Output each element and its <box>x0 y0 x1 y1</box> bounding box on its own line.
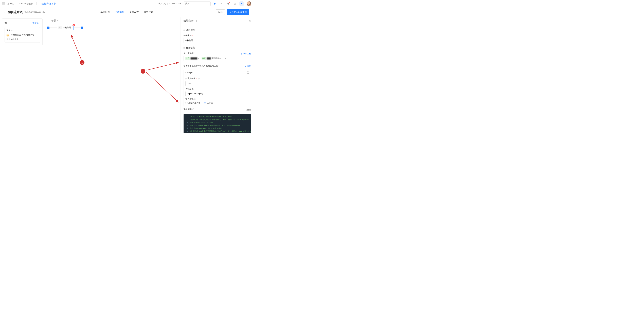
task-name-input[interactable] <box>184 38 251 43</box>
help-icon[interactable]: ⓘ <box>194 98 196 100</box>
loop-icon[interactable]: ∞ <box>219 1 224 6</box>
source-title: 源 <box>4 22 7 25</box>
script-editor[interactable]: 1# 功能：部署脚本会在部署主机组的每台机器上执行2# 使用场景：先将制品包解压… <box>184 114 251 133</box>
help-icon[interactable]: ⓘ <box>192 108 194 111</box>
save-button[interactable]: 保存 <box>216 9 225 15</box>
add-host-group-link[interactable]: ⊕添加主机 <box>241 52 251 55</box>
stage-title: 部署 <box>52 19 56 22</box>
page-title: 编辑流水线 <box>8 10 23 14</box>
doc-icon: ▤ <box>184 47 185 49</box>
deploy-file-input[interactable] <box>186 81 249 86</box>
top-bar: ▢ 项目 / Gitee Go示例代... ⌄ 续费/升级/扩容 售后 QQ 群… <box>0 0 254 7</box>
artifact-collapse: ▾output − 部署文件名*ⓘ 下载路径 文件来源ⓘ 上游构建产出 工作区 <box>184 70 251 106</box>
source-card[interactable]: 源 1✎ ◉发布制品库（已发布制品） 最新制品版本 <box>4 27 40 43</box>
save-run-button[interactable]: 保存并运行流水线 <box>227 9 249 15</box>
source-card-title: 源 1 <box>6 29 10 32</box>
close-icon[interactable]: ✕ <box>249 19 251 22</box>
pipeline-canvas: 源 +添加源 源 1✎ ◉发布制品库（已发布制品） 最新制品版本 部署✎ + 源… <box>0 17 254 133</box>
fullscreen-link[interactable]: ⛶全屏 <box>244 108 251 111</box>
host-group-input[interactable]: 在线█████✕ 健康███测试环境 (1 / 1)✕ <box>184 56 251 61</box>
task-drawer: 编辑任务 🗑 ✕ 常规配置 通知及高级配置 ▤基础信息 任务名称* ▤任务信息 <box>181 17 254 133</box>
download-path-input[interactable] <box>186 91 249 96</box>
breadcrumb-dropdown-icon[interactable]: ⌄ <box>36 2 40 5</box>
tab-flow[interactable]: 流程编排 <box>115 8 124 16</box>
collapse-header[interactable]: ▾output − <box>184 70 251 75</box>
remove-collapse-icon[interactable]: − <box>247 71 249 74</box>
add-button[interactable]: + <box>239 1 244 6</box>
add-after-icon[interactable]: + <box>81 26 83 29</box>
doc-icon: ▤ <box>184 29 185 31</box>
config-segmented: 常规配置 通知及高级配置 <box>184 25 251 25</box>
help-icon[interactable]: ⓘ <box>198 77 200 80</box>
tab-advanced[interactable]: 高级设置 <box>144 8 153 16</box>
remove-tag-icon[interactable]: ✕ <box>225 57 226 59</box>
header-tabs: 基本信息 流程编排 变量设置 高级设置 <box>100 8 153 16</box>
back-icon[interactable]: ‹ <box>4 10 6 14</box>
page-header: ‹ 编辑流水线 流水线-202212011721 基本信息 流程编排 变量设置 … <box>0 7 254 17</box>
package-icon: ◉ <box>6 34 10 37</box>
page-subtitle: 流水线-202212011721 <box>24 10 45 13</box>
search-input[interactable]: 搜索... <box>184 1 211 6</box>
edit-icon[interactable]: ✎ <box>11 29 12 32</box>
breadcrumb-project[interactable]: 项目 <box>10 2 14 5</box>
help-icon[interactable]: ◎ <box>232 1 238 6</box>
project-icon: ▢ <box>7 2 9 5</box>
remove-tag-icon[interactable]: ✕ <box>198 57 199 59</box>
source-panel: 源 +添加源 源 1✎ ◉发布制品库（已发布制品） 最新制品版本 <box>2 18 42 45</box>
edit-icon[interactable]: ✎ <box>57 20 59 22</box>
bell-icon[interactable]: ◔ <box>226 1 231 6</box>
breadcrumb-current[interactable]: Gitee Go示例代... <box>18 2 35 5</box>
menu-icon[interactable] <box>2 2 6 5</box>
add-source-button[interactable]: +添加源 <box>29 21 40 25</box>
delete-icon[interactable]: 🗑 <box>72 24 75 26</box>
fire-icon[interactable]: ◉ <box>212 1 217 6</box>
avatar[interactable] <box>247 1 251 6</box>
add-before-icon[interactable]: + <box>47 26 50 29</box>
radio-upstream[interactable]: 上游构建产出 <box>186 101 200 104</box>
tab-vars[interactable]: 变量设置 <box>129 8 139 16</box>
stage-column: 部署✎ + 源1 主机部署 🗑 + <box>47 18 83 30</box>
task-node[interactable]: 源1 主机部署 🗑 <box>57 25 74 30</box>
upgrade-link[interactable]: 续费/升级/扩容 <box>42 2 56 5</box>
add-artifact-link[interactable]: ⊕添加 <box>245 65 251 68</box>
trash-icon[interactable]: 🗑 <box>195 19 198 22</box>
tab-basic[interactable]: 基本信息 <box>100 8 110 16</box>
radio-workspace[interactable]: 工作区 <box>204 101 213 104</box>
drawer-title: 编辑任务 <box>184 19 194 22</box>
